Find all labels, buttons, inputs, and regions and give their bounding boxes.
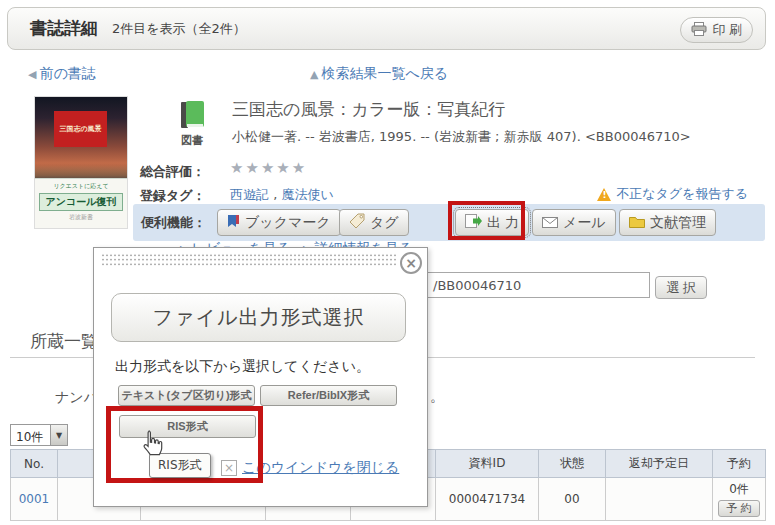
- annotation-box-export: [448, 201, 525, 240]
- tag-link-2[interactable]: 魔法使い: [281, 187, 333, 202]
- folder-icon: [629, 215, 645, 231]
- book-cover-image: 三国志の風景 リクエストに応えて アンコール復刊 岩波新書: [35, 97, 127, 228]
- material-type-label: 図書: [181, 133, 203, 148]
- format-refer-bibix-button[interactable]: Refer/BibIX形式: [260, 385, 397, 406]
- tag-icon: [349, 213, 365, 232]
- cursor-hand-icon: [140, 429, 164, 462]
- left-arrow-icon: ◀: [28, 68, 36, 81]
- dialog-close-icon[interactable]: ×: [400, 252, 422, 274]
- col-reserve: 予約: [713, 450, 766, 478]
- col-material-id: 資料ID: [436, 450, 539, 478]
- print-button[interactable]: 印 刷: [680, 17, 753, 43]
- row-number-link[interactable]: 0001: [19, 492, 50, 506]
- tag-link-1[interactable]: 西遊記: [230, 187, 269, 202]
- reserve-count: 0件: [713, 481, 765, 498]
- toolbar-label: 便利機能：: [141, 214, 206, 232]
- cover-title-box: 三国志の風景: [54, 111, 106, 146]
- holdings-heading: 所蔵一覧: [30, 330, 98, 353]
- warning-icon: !: [597, 188, 612, 201]
- bookmark-icon: [227, 214, 240, 231]
- mail-icon: [542, 215, 558, 231]
- format-text-tab-button[interactable]: テキスト(タブ区切り)形式: [118, 385, 255, 406]
- cover-bottom-band: リクエストに応えて アンコール復刊 岩波新書: [35, 178, 127, 228]
- col-due-date: 返却予定日: [606, 450, 713, 478]
- holdings-note: ナンバ: [55, 389, 98, 407]
- col-status: 状態: [539, 450, 606, 478]
- bib-citation: 小松健一著. -- 岩波書店, 1995. -- (岩波新書 ; 新赤版 407…: [232, 128, 691, 146]
- prev-record-link[interactable]: ◀前の書誌: [28, 65, 96, 83]
- tag-links: 西遊記 , 魔法使い: [230, 186, 334, 204]
- up-arrow-icon: ▲: [310, 68, 318, 81]
- result-position-text: 2件目を表示（全2件）: [112, 20, 246, 38]
- holdings-note-tail: 。: [430, 388, 444, 406]
- col-no: No.: [11, 450, 58, 478]
- per-page-select[interactable]: 10件 ▼: [10, 424, 68, 446]
- tags-label: 登録タグ：: [140, 187, 206, 205]
- bookmark-button[interactable]: ブックマーク: [217, 209, 341, 236]
- cover-silhouette: [35, 163, 127, 179]
- select-button[interactable]: 選 択: [655, 276, 707, 299]
- book-material-icon: [180, 100, 206, 134]
- dialog-title: ファイル出力形式選択: [111, 293, 406, 342]
- back-to-results-link[interactable]: ▲検索結果一覧へ戻る: [310, 65, 448, 83]
- report-tag-link[interactable]: ! 不正なタグを報告する: [597, 185, 748, 203]
- bib-title: 三国志の風景：カラー版：写真紀行: [232, 98, 505, 121]
- dialog-instruction: 出力形式を以下から選択してください。: [115, 358, 370, 376]
- page-header: 書誌詳細 2件目を表示（全2件） 印 刷: [7, 7, 766, 50]
- bibliographic-detail-page: 書誌詳細 2件目を表示（全2件） 印 刷 ◀前の書誌 ▲検索結果一覧へ戻る 三国…: [0, 0, 775, 525]
- status-cell: 00: [539, 478, 606, 521]
- reserve-cell: 0件 予 約: [713, 478, 766, 521]
- due-date-cell: [606, 478, 713, 521]
- chevron-down-icon: ▼: [50, 425, 67, 445]
- dialog-drag-handle[interactable]: [101, 253, 396, 266]
- tag-button[interactable]: タグ: [339, 209, 409, 236]
- mail-button[interactable]: メール: [532, 209, 616, 236]
- reference-manager-button[interactable]: 文献管理: [619, 209, 716, 236]
- material-id-cell: 0000471734: [436, 478, 539, 521]
- reserve-button[interactable]: 予 約: [718, 500, 760, 517]
- record-url-value: /BB00046710: [433, 278, 521, 293]
- file-export-dialog: × ファイル出力形式選択 出力形式を以下から選択してください。 テキスト(タブ区…: [93, 247, 428, 507]
- rating-label: 総合評価：: [140, 163, 205, 181]
- page-title: 書誌詳細: [30, 17, 98, 40]
- rating-stars[interactable]: ★★★★★: [230, 159, 307, 177]
- printer-icon: [691, 22, 707, 39]
